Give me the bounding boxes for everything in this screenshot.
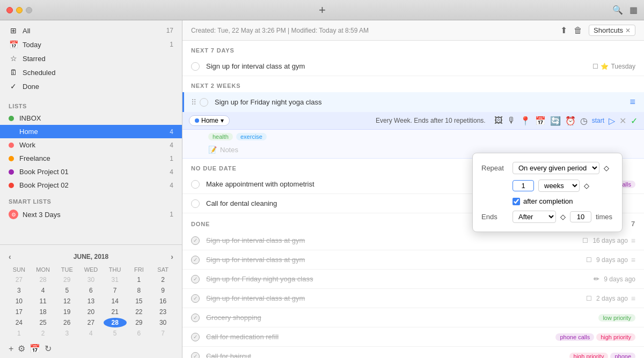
- tag-high-priority-d6[interactable]: high priority: [596, 333, 635, 341]
- cal-cell[interactable]: 9: [151, 286, 174, 295]
- cal-cell[interactable]: 28: [104, 318, 127, 327]
- list-item-inbox[interactable]: INBOX: [0, 111, 182, 125]
- task-checkbox-d7[interactable]: [191, 352, 200, 359]
- smart-list-next3[interactable]: ⚙ Next 3 Days 1: [0, 207, 182, 222]
- cal-next-button[interactable]: ›: [171, 252, 173, 261]
- cal-cell[interactable]: 27: [8, 275, 31, 285]
- task-row-d1[interactable]: Sign up for interval class at gym ☐ 16 d…: [182, 231, 644, 250]
- task-checkbox-d4[interactable]: [191, 294, 200, 303]
- cal-cell[interactable]: 23: [151, 307, 174, 317]
- task-row-d4[interactable]: Sign up for interval class at gym ☐ 2 da…: [182, 289, 644, 308]
- ends-after-select[interactable]: After Never On date: [513, 211, 556, 223]
- tag-low-priority[interactable]: low priority: [598, 314, 635, 322]
- cal-cell[interactable]: 11: [32, 296, 55, 306]
- cal-cell[interactable]: 7: [104, 286, 127, 295]
- cal-cell[interactable]: 26: [55, 318, 78, 327]
- calendar-tool-icon[interactable]: 📅: [535, 116, 546, 126]
- tag-phone-d7[interactable]: phone: [610, 353, 635, 359]
- start-label[interactable]: start: [592, 117, 604, 124]
- cal-cell[interactable]: 20: [79, 307, 103, 317]
- task-checkbox-d6[interactable]: [191, 333, 200, 341]
- trash-icon[interactable]: 🗑: [574, 26, 582, 35]
- cal-cell[interactable]: 22: [128, 307, 151, 317]
- cal-cell[interactable]: 1: [128, 275, 151, 285]
- confirm-icon[interactable]: ✓: [631, 116, 638, 126]
- cal-cell[interactable]: 7: [151, 329, 174, 338]
- cal-cell[interactable]: 2: [151, 275, 174, 285]
- cal-cell[interactable]: 27: [79, 318, 103, 327]
- task-checkbox-t2[interactable]: [200, 98, 208, 107]
- tag-high-priority-d7[interactable]: high priority: [569, 353, 609, 359]
- cal-cell[interactable]: 29: [128, 318, 151, 327]
- repeat-icon[interactable]: 🔄: [550, 116, 561, 126]
- cal-cell[interactable]: 19: [55, 307, 78, 317]
- location-icon[interactable]: 📍: [520, 116, 531, 126]
- cal-cell[interactable]: 4: [79, 329, 103, 338]
- task-checkbox-d3[interactable]: [191, 275, 200, 284]
- cal-cell[interactable]: 4: [32, 286, 55, 295]
- list-item-freelance[interactable]: Freelance 1: [0, 152, 182, 165]
- cal-cell[interactable]: 12: [55, 296, 78, 306]
- list-item-home[interactable]: Home 4: [0, 125, 182, 138]
- shortcuts-button[interactable]: Shortcuts ✕: [589, 25, 635, 36]
- reminder-icon[interactable]: ⏰: [565, 116, 576, 126]
- cal-prev-button[interactable]: ‹: [9, 252, 11, 261]
- cal-cell[interactable]: 30: [79, 275, 103, 285]
- repeat-period-select[interactable]: On every given period: [513, 162, 599, 174]
- task-checkbox-d5[interactable]: [191, 314, 200, 322]
- sidebar-item-all[interactable]: ⊞ All 17: [0, 24, 182, 38]
- cal-cell[interactable]: 18: [32, 307, 55, 317]
- cal-cell[interactable]: 5: [104, 329, 127, 338]
- task-checkbox-d1[interactable]: [191, 236, 200, 245]
- list-item-book2[interactable]: Book Project 02 4: [0, 178, 182, 192]
- cal-cell[interactable]: 24: [8, 318, 31, 327]
- task-checkbox-d2[interactable]: [191, 256, 200, 264]
- cal-cell[interactable]: 6: [128, 329, 151, 338]
- microphone-icon[interactable]: 🎙: [507, 116, 516, 125]
- calendar-icon-button[interactable]: 📅: [30, 344, 40, 354]
- search-icon[interactable]: 🔍: [612, 5, 623, 15]
- cal-cell[interactable]: 3: [8, 286, 31, 295]
- task-row-d6[interactable]: Call for medication refill phone calls h…: [182, 327, 644, 347]
- list-item-work[interactable]: Work 4: [0, 138, 182, 152]
- play-icon[interactable]: ▷: [609, 116, 615, 126]
- cal-cell[interactable]: 16: [151, 296, 174, 306]
- sidebar-toggle-icon[interactable]: ▦: [630, 5, 638, 15]
- cal-cell[interactable]: 31: [104, 275, 127, 285]
- notes-placeholder[interactable]: Notes: [220, 146, 238, 154]
- repeat-value-input[interactable]: [513, 180, 534, 191]
- task-row-d7[interactable]: Call for haircut high priority phone: [182, 347, 644, 358]
- more-icon[interactable]: ◷: [580, 116, 588, 126]
- cal-cell[interactable]: 8: [128, 286, 151, 295]
- task-list-pill[interactable]: Home ▾: [189, 115, 230, 126]
- cal-cell[interactable]: 1: [8, 329, 31, 338]
- after-completion-checkbox[interactable]: [513, 198, 520, 205]
- cal-cell[interactable]: 6: [79, 286, 103, 295]
- cal-cell[interactable]: 25: [32, 318, 55, 327]
- refresh-button[interactable]: ↻: [45, 344, 52, 354]
- task-checkbox-t3[interactable]: [191, 180, 200, 189]
- task-checkbox-t4[interactable]: [191, 199, 200, 208]
- shortcuts-close-icon[interactable]: ✕: [625, 27, 631, 34]
- cal-cell[interactable]: 2: [32, 329, 55, 338]
- task-row-t2[interactable]: ⠿ Sign up for Friday night yoga class ≡: [182, 92, 644, 112]
- add-list-button[interactable]: +: [9, 344, 13, 354]
- cal-cell[interactable]: 17: [8, 307, 31, 317]
- task-row[interactable]: Sign up for interval class at gym ☐ ⭐ Tu…: [182, 57, 644, 76]
- cal-cell[interactable]: 28: [32, 275, 55, 285]
- ends-value-input[interactable]: [570, 211, 591, 222]
- cal-cell[interactable]: 29: [55, 275, 78, 285]
- cal-cell[interactable]: 5: [55, 286, 78, 295]
- tag-phone-calls-d6[interactable]: phone calls: [555, 333, 594, 341]
- sidebar-item-scheduled[interactable]: 🗓 Scheduled: [0, 65, 182, 79]
- sidebar-item-starred[interactable]: ☆ Starred: [0, 51, 182, 65]
- fullscreen-button[interactable]: [26, 7, 32, 13]
- task-row-d3[interactable]: Sign up for Friday night yoga class ✏ 9 …: [182, 270, 644, 289]
- cal-cell[interactable]: 15: [128, 296, 151, 306]
- repeat-unit-select[interactable]: weeks days months: [538, 180, 580, 192]
- image-icon[interactable]: 🖼: [494, 116, 503, 125]
- cal-cell[interactable]: 30: [151, 318, 174, 327]
- list-item-book1[interactable]: Book Project 01 4: [0, 165, 182, 178]
- share-icon[interactable]: ⬆: [560, 25, 567, 35]
- cal-cell[interactable]: 21: [104, 307, 127, 317]
